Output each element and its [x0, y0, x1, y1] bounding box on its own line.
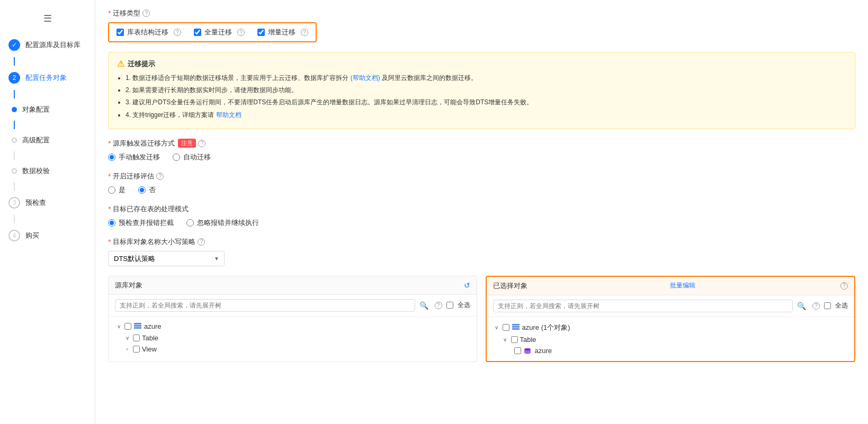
source-table-toggle[interactable]: ∨ [123, 334, 131, 341]
trigger-auto-input[interactable] [173, 154, 180, 161]
target-search-icon[interactable]: 🔍 [797, 302, 806, 310]
menu-icon[interactable]: ☰ [0, 8, 95, 33]
connector-6 [14, 215, 15, 223]
naming-select-wrapper: DTS默认策略 大写 小写 不转换 ▼ [108, 251, 225, 266]
source-azure-cb[interactable] [124, 323, 131, 330]
target-table-toggle[interactable]: ∨ [502, 336, 509, 343]
checkbox-incremental-input[interactable] [257, 29, 265, 36]
trigger-badge: 注意 [178, 139, 196, 148]
source-select-all-cb[interactable] [446, 302, 453, 309]
eval-radio-group: 是 否 [108, 185, 855, 195]
target-azure-cb[interactable] [503, 324, 509, 331]
connector-5 [14, 182, 15, 191]
source-search-bar: 🔍 ? 全选 [109, 295, 477, 317]
target-table-cb[interactable] [511, 336, 518, 343]
naming-select[interactable]: DTS默认策略 大写 小写 不转换 [108, 251, 225, 266]
eval-no-label: 否 [149, 185, 156, 195]
main-content: * 迁移类型 ? 库表结构迁移 ? 全量迁移 ? 增量迁移 ? ⚠ [95, 0, 868, 424]
target-panel-title: 已选择对象 [493, 281, 527, 291]
trigger-field: * 源库触发器迁移方式 注意 ? 手动触发迁移 自动迁移 [108, 139, 855, 162]
target-panel-header: 已选择对象 批量编辑 ? [487, 277, 855, 295]
help-link-2[interactable]: 帮助文档 [216, 111, 241, 119]
source-search-info[interactable]: ? [435, 302, 442, 309]
target-tree-azure-leaf: azure [514, 345, 848, 357]
schema-info-icon[interactable]: ? [174, 29, 181, 36]
migration-type-checkboxes: 库表结构迁移 ? 全量迁移 ? 增量迁移 ? [108, 22, 317, 42]
sidebar-item-adv-config[interactable]: 高级配置 [0, 129, 95, 151]
sidebar-item-data-check[interactable]: 数据校验 [0, 160, 95, 182]
batch-edit-link[interactable]: 批量编辑 [670, 281, 695, 290]
eval-yes[interactable]: 是 [108, 185, 126, 195]
connector-3 [14, 121, 15, 129]
migration-type-label: 迁移类型 [113, 8, 140, 18]
source-view-toggle[interactable]: › [123, 345, 131, 353]
sidebar-item-step4[interactable]: 4 购买 [0, 223, 95, 248]
source-tree-azure: ∨ azure [115, 321, 470, 332]
checkbox-full-input[interactable] [194, 29, 201, 36]
source-select-all-label: 全选 [458, 301, 470, 310]
source-search-icon[interactable]: 🔍 [419, 301, 428, 310]
target-azure-toggle[interactable]: ∨ [493, 324, 500, 331]
source-panel-title: 源库对象 [115, 281, 142, 290]
help-link-1[interactable]: (帮助文档) [351, 74, 380, 82]
migration-type-field: * 迁移类型 ? 库表结构迁移 ? 全量迁移 ? 增量迁移 ? [108, 8, 855, 42]
trigger-manual[interactable]: 手动触发迁移 [108, 152, 160, 162]
target-tree-azure: ∨ azure (1个对象) [493, 321, 848, 334]
target-table-label: Table [520, 336, 536, 344]
sidebar-item-step3-label: 预检查 [25, 198, 46, 208]
full-info-icon[interactable]: ? [237, 29, 245, 36]
trigger-auto-label: 自动迁移 [183, 152, 211, 162]
migration-type-info-icon[interactable]: ? [142, 10, 150, 17]
checkbox-schema-input[interactable] [117, 29, 124, 36]
sidebar-item-step3[interactable]: 3 预检查 [0, 191, 95, 215]
target-search-info[interactable]: ? [812, 302, 820, 310]
naming-info-icon[interactable]: ? [198, 238, 205, 246]
target-table-required: * [108, 205, 111, 213]
checkbox-full[interactable]: 全量迁移 ? [194, 28, 245, 37]
target-ignore-input[interactable] [186, 219, 194, 227]
target-select-all-cb[interactable] [824, 302, 831, 309]
target-search-input[interactable] [493, 300, 793, 312]
obj-config-circle [12, 107, 17, 112]
checkbox-incremental[interactable]: 增量迁移 ? [257, 28, 308, 37]
alert-list: 1. 数据迁移适合于短期的数据迁移场景，主要应用于上云迁移、数据库扩容拆分 (帮… [117, 73, 846, 120]
checkbox-schema[interactable]: 库表结构迁移 ? [117, 28, 181, 37]
source-search-input[interactable] [115, 299, 415, 312]
batch-edit-info-icon[interactable]: ? [840, 282, 848, 290]
sidebar-item-step1[interactable]: ✓ 配置源库及目标库 [0, 33, 95, 57]
source-tree-table: ∨ Table [123, 332, 470, 344]
alert-warning-icon: ⚠ [117, 59, 124, 69]
checkbox-full-label: 全量迁移 [204, 28, 232, 37]
target-tree: ∨ azure (1个对象) ∨ Table [487, 317, 855, 361]
sidebar-item-obj-config[interactable]: 对象配置 [0, 98, 95, 121]
migration-type-title: * 迁移类型 ? [108, 8, 855, 18]
trigger-info-icon[interactable]: ? [198, 140, 205, 147]
target-precheck-label: 预检查并报错拦截 [119, 218, 174, 228]
source-tree: ∨ azure ∨ Table › View [109, 317, 477, 359]
target-ignore[interactable]: 忽略报错并继续执行 [186, 218, 259, 228]
source-azure-toggle[interactable]: ∨ [115, 323, 122, 330]
source-refresh-icon[interactable]: ↺ [464, 281, 470, 290]
connector-1 [14, 57, 15, 66]
eval-yes-label: 是 [119, 185, 126, 195]
target-azure-leaf-cb[interactable] [514, 347, 521, 354]
target-search-bar: 🔍 ? 全选 [487, 295, 855, 317]
target-precheck-input[interactable] [108, 219, 115, 227]
naming-required: * [108, 238, 111, 246]
source-table-cb[interactable] [133, 335, 140, 341]
source-view-cb[interactable] [133, 346, 140, 353]
trigger-auto[interactable]: 自动迁移 [173, 152, 211, 162]
target-precheck[interactable]: 预检查并报错拦截 [108, 218, 174, 228]
eval-info-icon[interactable]: ? [156, 173, 164, 180]
eval-no[interactable]: 否 [138, 185, 156, 195]
migration-alert: ⚠ 迁移提示 1. 数据迁移适合于短期的数据迁移场景，主要应用于上云迁移、数据库… [108, 52, 855, 129]
eval-yes-input[interactable] [108, 186, 115, 194]
trigger-manual-input[interactable] [108, 154, 115, 161]
source-panel: 源库对象 ↺ 🔍 ? 全选 ∨ azure [108, 276, 477, 362]
target-select-all-label: 全选 [835, 301, 848, 310]
incremental-info-icon[interactable]: ? [301, 29, 308, 36]
sidebar-item-step2-label: 配置任务对象 [25, 73, 67, 83]
target-azure-label: azure (1个对象) [522, 323, 570, 332]
eval-no-input[interactable] [138, 186, 146, 194]
sidebar-item-step2[interactable]: 2 配置任务对象 [0, 66, 95, 90]
